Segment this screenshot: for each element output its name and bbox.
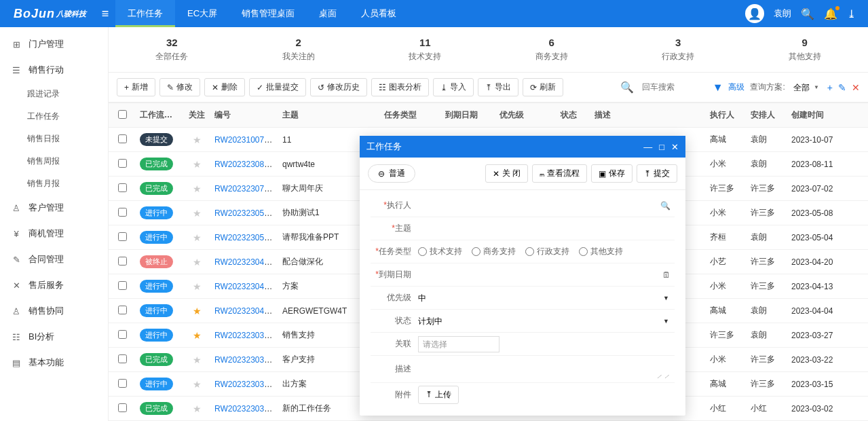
task-code-link[interactable]: RW20232303003	[214, 355, 278, 365]
view-flow-button[interactable]: ₘ查看流程	[532, 164, 587, 183]
stat-item[interactable]: 32全部任务	[109, 37, 235, 62]
advanced-link[interactable]: 高级	[728, 81, 744, 93]
sidebar-item[interactable]: ✕售后服务	[0, 272, 108, 298]
col-subject[interactable]: 主题	[278, 109, 380, 121]
task-code-link[interactable]: RW20232303002	[214, 380, 278, 389]
star-icon[interactable]: ★	[193, 354, 202, 365]
radio-input[interactable]	[472, 247, 480, 256]
row-checkbox[interactable]	[118, 306, 127, 314]
save-button[interactable]: ▣保存	[591, 164, 633, 183]
minimize-icon[interactable]: —	[643, 142, 652, 152]
type-radio-option[interactable]: 商务支持	[472, 246, 516, 257]
radio-input[interactable]	[418, 247, 427, 256]
subject-input[interactable]	[418, 221, 675, 236]
sidebar-item[interactable]: ¥商机管理	[0, 221, 108, 246]
sidebar-subitem[interactable]: 工作任务	[0, 105, 108, 128]
task-code-link[interactable]: RW20231007001	[214, 135, 278, 145]
state-select[interactable]: 计划中	[418, 314, 675, 329]
task-code-link[interactable]: RW20232308001	[214, 160, 278, 169]
col-type[interactable]: 任务类型	[380, 109, 441, 121]
submit-button[interactable]: ⤒提交	[637, 164, 677, 183]
row-checkbox[interactable]	[118, 354, 127, 363]
download-icon[interactable]: ⤓	[847, 7, 856, 20]
bell-icon[interactable]: 🔔	[824, 7, 837, 20]
priority-select[interactable]: 中	[418, 291, 675, 306]
row-checkbox[interactable]	[118, 134, 127, 143]
refresh-button[interactable]: ⟳刷新	[523, 78, 563, 96]
upload-button[interactable]: ⤒上传	[418, 386, 459, 404]
task-code-link[interactable]: RW20232307001	[214, 184, 278, 194]
delete-scheme-icon[interactable]: ✕	[852, 82, 860, 93]
star-icon[interactable]: ★	[193, 306, 202, 316]
task-code-link[interactable]: RW20232305001	[214, 233, 278, 242]
filter-icon[interactable]: ▼	[713, 81, 723, 94]
radio-input[interactable]	[525, 247, 534, 256]
star-icon[interactable]: ★	[193, 403, 202, 414]
type-radio-option[interactable]: 技术支持	[418, 246, 462, 257]
row-checkbox[interactable]	[118, 232, 127, 241]
modal-titlebar[interactable]: 工作任务 — □ ✕	[360, 136, 685, 158]
batch-submit-button[interactable]: ✓批量提交	[249, 78, 306, 96]
modal-close-button[interactable]: ✕关 闭	[485, 164, 528, 183]
scheme-select[interactable]: 全部	[791, 81, 822, 94]
col-created[interactable]: 创建时间	[787, 109, 848, 121]
add-button[interactable]: +新增	[117, 78, 155, 96]
sidebar-item[interactable]: ✎合同管理	[0, 246, 108, 272]
top-tab[interactable]: 桌面	[307, 0, 349, 27]
edit-button[interactable]: ✎修改	[159, 78, 200, 96]
star-icon[interactable]: ★	[193, 208, 202, 219]
sidebar-item[interactable]: ♙销售协同	[0, 298, 108, 324]
star-icon[interactable]: ★	[193, 379, 202, 390]
menu-toggle-icon[interactable]: ≡	[95, 7, 115, 21]
stat-item[interactable]: 6商务支持	[489, 37, 616, 62]
radio-input[interactable]	[579, 247, 588, 256]
row-checkbox[interactable]	[118, 159, 127, 168]
row-checkbox[interactable]	[118, 330, 127, 339]
row-checkbox[interactable]	[118, 403, 127, 412]
col-fav[interactable]: 关注	[183, 109, 210, 121]
col-state[interactable]: 状态	[556, 109, 590, 121]
sidebar-item[interactable]: ☷BI分析	[0, 324, 108, 350]
star-icon[interactable]: ★	[193, 281, 202, 292]
type-radio-option[interactable]: 行政支持	[525, 246, 569, 257]
col-assigner[interactable]: 安排人	[747, 109, 787, 121]
sidebar-subitem[interactable]: 销售月报	[0, 172, 108, 195]
stat-item[interactable]: 9其他支持	[742, 37, 869, 62]
top-tab[interactable]: 工作任务	[115, 0, 175, 27]
stat-item[interactable]: 3行政支持	[615, 37, 742, 62]
row-checkbox[interactable]	[118, 208, 127, 217]
sidebar-subitem[interactable]: 跟进记录	[0, 83, 108, 105]
sidebar-item[interactable]: ▤基本功能	[0, 350, 108, 376]
col-due[interactable]: 到期日期	[441, 109, 495, 121]
edit-scheme-icon[interactable]: ✎	[838, 82, 846, 93]
sidebar-item[interactable]: ☰销售行动	[0, 57, 108, 83]
star-icon[interactable]: ★	[193, 257, 202, 268]
chart-button[interactable]: ☷图表分析	[371, 78, 429, 96]
export-button[interactable]: ⤒导出	[478, 78, 518, 96]
sidebar-subitem[interactable]: 销售周报	[0, 150, 108, 172]
star-icon[interactable]: ★	[193, 134, 202, 145]
col-status[interactable]: 工作流状态	[136, 109, 183, 121]
desc-input[interactable]	[418, 362, 675, 377]
history-button[interactable]: ↺修改历史	[310, 78, 367, 96]
row-checkbox[interactable]	[118, 379, 127, 388]
row-checkbox[interactable]	[118, 183, 127, 192]
col-priority[interactable]: 优先级	[495, 109, 556, 121]
maximize-icon[interactable]: □	[659, 142, 664, 152]
task-code-link[interactable]: RW20232303004	[214, 331, 278, 340]
stat-item[interactable]: 11技术支持	[362, 37, 489, 62]
task-code-link[interactable]: RW20232304001	[214, 306, 278, 316]
due-date-input[interactable]	[418, 268, 675, 282]
import-button[interactable]: ⤓导入	[433, 78, 474, 96]
calendar-icon[interactable]: 🗓	[662, 270, 671, 280]
select-all-checkbox[interactable]	[118, 110, 127, 119]
task-code-link[interactable]: RW20232303001	[214, 404, 278, 414]
col-code[interactable]: 编号	[210, 109, 278, 121]
sidebar-item[interactable]: ♙客户管理	[0, 195, 108, 221]
task-type-pill[interactable]: ⊖ 普通	[368, 164, 415, 183]
col-desc[interactable]: 描述	[590, 109, 706, 121]
task-code-link[interactable]: RW20232304003	[214, 257, 278, 267]
top-tab[interactable]: 人员看板	[349, 0, 409, 27]
task-code-link[interactable]: RW20232305002	[214, 208, 278, 218]
top-tab[interactable]: EC大屏	[175, 0, 229, 27]
